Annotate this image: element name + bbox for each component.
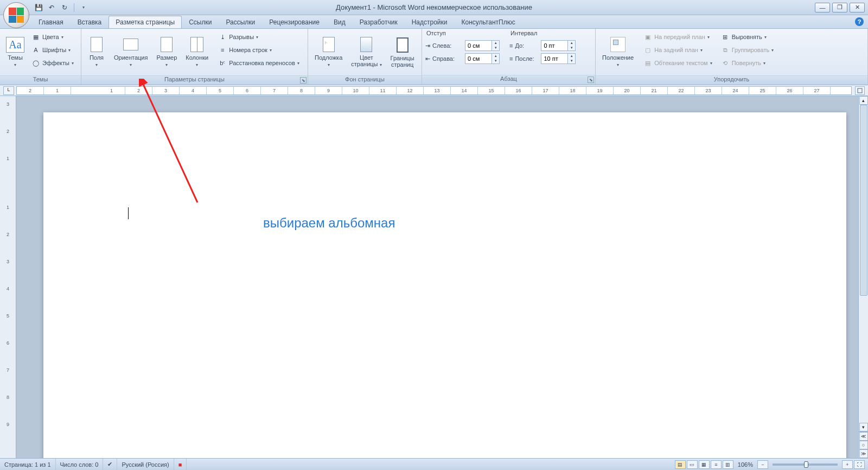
minimize-button[interactable]: —	[815, 3, 830, 12]
align-button[interactable]: ⊞Выровнять ▾	[719, 31, 776, 43]
qat-customize-icon[interactable]: ▾	[79, 3, 88, 12]
watermark-label: Подложка	[315, 54, 342, 61]
indent-left-input[interactable]	[465, 42, 492, 49]
theme-effects-button[interactable]: ◯Эффекты ▾	[29, 57, 76, 69]
hyphenation-button[interactable]: bᶜРасстановка переносов ▾	[216, 57, 301, 69]
spin-down[interactable]: ▾	[567, 46, 575, 50]
ruler-toggle-button[interactable]	[855, 86, 865, 95]
indent-left-label: Слева:	[432, 42, 463, 49]
vertical-scrollbar[interactable]: ▴ ▾ ≪ ○ ≫	[858, 96, 868, 458]
tab-page-layout[interactable]: Разметка страницы	[108, 16, 182, 28]
view-print-layout[interactable]: ▤	[675, 460, 686, 469]
scroll-thumb[interactable]	[860, 105, 867, 296]
watermark-button[interactable]: A Подложка▾	[311, 31, 346, 73]
orientation-button[interactable]: Ориентация▾	[111, 31, 151, 73]
tab-addins[interactable]: Надстройки	[405, 16, 455, 28]
tab-insert[interactable]: Вставка	[71, 16, 109, 28]
spacing-title: Интервал	[509, 30, 576, 36]
spin-down[interactable]: ▾	[492, 59, 499, 63]
margins-button[interactable]: Поля▾	[85, 31, 108, 73]
spin-down[interactable]: ▾	[567, 59, 575, 63]
status-macro[interactable]: ■	[174, 459, 187, 470]
send-back-button[interactable]: ▢На задний план ▾	[641, 44, 714, 56]
view-outline[interactable]: ≡	[711, 460, 722, 469]
themes-button[interactable]: Aa Темы▾	[3, 31, 27, 73]
restore-button[interactable]: ❐	[832, 3, 847, 12]
horizontal-ruler[interactable]: L 21123456789101112131415161718192021222…	[0, 85, 868, 96]
tab-home[interactable]: Главная	[31, 16, 71, 28]
zoom-level[interactable]: 106%	[738, 461, 753, 468]
page-color-button[interactable]: Цвет страницы ▾	[348, 31, 385, 73]
next-page-button[interactable]: ≫	[859, 449, 868, 458]
help-button[interactable]: ?	[855, 17, 864, 26]
wrap-label: Обтекание текстом	[654, 60, 708, 66]
spin-up[interactable]: ▴	[492, 41, 499, 46]
effects-label: Эффекты	[42, 60, 69, 66]
tab-selector-button[interactable]: L	[3, 86, 14, 95]
rotate-button[interactable]: ⟲Повернуть ▾	[719, 57, 776, 69]
status-language[interactable]: Русский (Россия)	[117, 459, 174, 470]
view-full-screen[interactable]: ▭	[687, 460, 698, 469]
document-page[interactable]: выбираем альбомная	[43, 112, 846, 458]
close-button[interactable]: ✕	[850, 3, 865, 12]
size-label: Размер	[156, 54, 177, 61]
zoom-thumb[interactable]	[804, 461, 808, 468]
spacing-before-input[interactable]	[541, 42, 567, 49]
tab-review[interactable]: Рецензирование	[262, 16, 327, 28]
zoom-slider[interactable]	[773, 463, 838, 466]
spin-up[interactable]: ▴	[492, 54, 499, 59]
spin-up[interactable]: ▴	[567, 54, 575, 59]
tab-references[interactable]: Ссылки	[182, 16, 219, 28]
theme-colors-button[interactable]: ▦Цвета ▾	[29, 31, 76, 43]
spacing-before-spinner[interactable]: ▴▾	[541, 40, 576, 51]
indent-right-input[interactable]	[465, 55, 492, 62]
line-numbers-label: Номера строк	[229, 47, 267, 53]
zoom-in-button[interactable]: +	[842, 460, 853, 469]
scroll-track[interactable]	[859, 105, 868, 423]
theme-fonts-button[interactable]: AШрифты ▾	[29, 44, 76, 56]
page-borders-button[interactable]: Границы страниц	[387, 31, 418, 73]
tab-developer[interactable]: Разработчик	[353, 16, 405, 28]
status-spell-check[interactable]: ✔	[103, 459, 117, 470]
orientation-icon	[122, 36, 139, 53]
undo-icon[interactable]: ↶	[47, 3, 56, 12]
bring-front-button[interactable]: ▣На передний план ▾	[641, 31, 714, 43]
breaks-button[interactable]: ⤓Разрывы ▾	[216, 31, 301, 43]
save-icon[interactable]: 💾	[34, 3, 43, 12]
tab-consultant[interactable]: КонсультантПлюс	[455, 16, 522, 28]
status-word-count[interactable]: Число слов: 0	[56, 459, 104, 470]
spacing-after-spinner[interactable]: ▴▾	[541, 53, 576, 64]
spacing-after-input[interactable]	[541, 55, 567, 62]
redo-icon[interactable]: ↻	[60, 3, 69, 12]
text-wrap-button[interactable]: ▤Обтекание текстом ▾	[641, 57, 714, 69]
watermark-icon: A	[320, 36, 337, 53]
scroll-down-button[interactable]: ▾	[859, 423, 868, 431]
position-button[interactable]: Положение▾	[599, 31, 637, 73]
status-page[interactable]: Страница: 1 из 1	[0, 459, 56, 470]
group-icon: ⧉	[721, 46, 730, 54]
zoom-fit-button[interactable]: ⛶	[854, 460, 865, 469]
document-scroll[interactable]: выбираем альбомная	[16, 96, 858, 458]
office-button[interactable]	[3, 2, 29, 28]
indent-right-spinner[interactable]: ▴▾	[465, 53, 500, 64]
group-themes: Aa Темы▾ ▦Цвета ▾ AШрифты ▾ ◯Эффекты ▾ Т…	[0, 29, 81, 85]
browse-object-button[interactable]: ○	[859, 441, 868, 449]
tab-view[interactable]: Вид	[327, 16, 353, 28]
page-setup-launcher[interactable]: ⬊	[300, 77, 307, 84]
tab-mailings[interactable]: Рассылки	[219, 16, 262, 28]
group-objects-button[interactable]: ⧉Группировать ▾	[719, 44, 776, 56]
spin-up[interactable]: ▴	[567, 41, 575, 46]
line-numbers-button[interactable]: ≡Номера строк ▾	[216, 44, 301, 56]
size-button[interactable]: Размер▾	[153, 31, 180, 73]
view-draft[interactable]: ▥	[723, 460, 733, 469]
ruler-h-track[interactable]: 2112345678910111213141516171819202122232…	[16, 86, 852, 95]
spin-down[interactable]: ▾	[492, 46, 499, 50]
zoom-out-button[interactable]: −	[757, 460, 768, 469]
paragraph-launcher[interactable]: ⬊	[588, 77, 594, 83]
scroll-up-button[interactable]: ▴	[859, 96, 868, 105]
indent-left-spinner[interactable]: ▴▾	[465, 40, 500, 51]
prev-page-button[interactable]: ≪	[859, 432, 868, 441]
vertical-ruler[interactable]: 321123456789	[0, 96, 16, 458]
columns-button[interactable]: Колонки▾	[182, 31, 212, 73]
view-web-layout[interactable]: ▦	[699, 460, 710, 469]
